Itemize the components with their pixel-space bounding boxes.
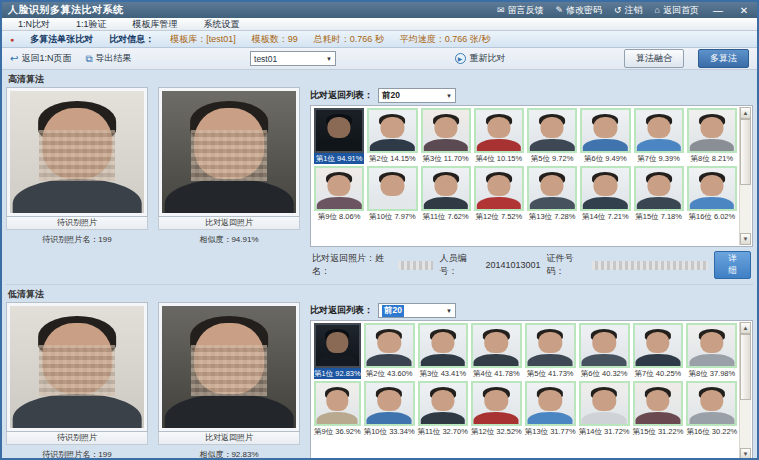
detail-button[interactable]: 详细 — [714, 251, 751, 279]
result-thumb[interactable]: 第5位 41.73% — [525, 323, 576, 379]
result-thumb[interactable]: 第6位 9.49% — [580, 108, 630, 164]
change-password-label: 修改密码 — [566, 4, 602, 17]
scroll-up-icon[interactable]: ▲ — [740, 107, 751, 119]
query-photo — [10, 91, 144, 213]
face-photo — [529, 168, 575, 209]
face-photo — [369, 110, 415, 151]
algorithm-fusion-button[interactable]: 算法融合 — [624, 49, 684, 68]
scrollbar-thumb[interactable] — [740, 119, 751, 185]
results-grid-box: 第1位 94.91% 第2位 14.15% 第3位 11.70% 第4位 10.… — [310, 105, 753, 247]
back-icon: ↩ — [10, 53, 18, 64]
result-thumb[interactable]: 第16位 6.02% — [687, 166, 737, 222]
face-photo — [689, 168, 735, 209]
result-thumb[interactable]: 第4位 10.15% — [474, 108, 524, 164]
result-thumb[interactable]: 第4位 41.78% — [471, 323, 522, 379]
home-button[interactable]: ⌂ 返回首页 — [655, 4, 699, 17]
face-photo — [366, 383, 413, 424]
results-scrollbar[interactable]: ▲ ▼ — [739, 322, 751, 460]
result-thumb[interactable]: 第9位 36.92% — [314, 381, 361, 437]
chevron-down-icon: ▼ — [446, 308, 452, 314]
result-photo — [421, 108, 471, 153]
result-rank-score: 第2位 43.60% — [364, 368, 415, 379]
result-photo — [686, 323, 737, 368]
result-thumb[interactable]: 第7位 9.39% — [634, 108, 684, 164]
return-list-label: 比对返回列表： — [310, 304, 373, 317]
result-thumb[interactable]: 第14位 31.72% — [579, 381, 630, 437]
scroll-up-icon[interactable]: ▲ — [740, 322, 751, 334]
result-photo — [527, 166, 577, 211]
feedback-button[interactable]: ✉ 留言反馈 — [497, 4, 544, 17]
result-thumb[interactable]: 第13位 7.28% — [527, 166, 577, 222]
face-photo — [636, 168, 682, 209]
menu-system-settings[interactable]: 系统设置 — [204, 18, 240, 31]
result-rank-score: 第4位 10.15% — [474, 153, 524, 164]
template-library-select[interactable]: test01 ▼ — [250, 51, 336, 66]
face-photo — [635, 325, 682, 366]
face-photo — [423, 110, 469, 151]
logout-button[interactable]: ↺ 注销 — [614, 4, 643, 17]
result-rank-score: 第1位 94.91% — [314, 153, 364, 164]
result-rank-score: 第5位 9.72% — [527, 153, 577, 164]
scrollbar-thumb[interactable] — [740, 334, 751, 400]
result-rank-score: 第15位 7.18% — [634, 211, 684, 222]
result-thumb[interactable]: 第5位 9.72% — [527, 108, 577, 164]
result-thumb[interactable]: 第6位 40.32% — [579, 323, 630, 379]
menu-11-verify[interactable]: 1:1验证 — [76, 18, 107, 31]
result-thumb[interactable]: 第9位 8.06% — [314, 166, 364, 222]
close-button[interactable]: ✕ — [737, 5, 751, 16]
result-thumb[interactable]: 第1位 92.83% — [314, 323, 361, 379]
redacted-id-number — [592, 261, 707, 270]
query-photo-card: 待识别照片 待识别照片名：199 — [6, 87, 148, 281]
result-thumb[interactable]: 第13位 31.77% — [525, 381, 576, 437]
recompare-button[interactable]: ▶ 重新比对 — [455, 52, 506, 65]
scroll-down-icon[interactable]: ▼ — [740, 448, 751, 460]
return-count-select[interactable]: 前20 ▼ — [378, 88, 456, 103]
results-panel: 比对返回列表： 前20 ▼ 第1位 92.83% 第2位 43.60 — [310, 302, 753, 460]
result-thumb[interactable]: 第8位 8.21% — [687, 108, 737, 164]
match-photo — [162, 91, 296, 213]
result-thumb[interactable]: 第3位 11.70% — [421, 108, 471, 164]
feedback-label: 留言反馈 — [507, 4, 543, 17]
result-thumb[interactable]: 第1位 94.91% — [314, 108, 364, 164]
home-label: 返回首页 — [663, 4, 699, 17]
menu-template-library[interactable]: 模板库管理 — [133, 18, 178, 31]
chevron-down-icon: ▼ — [326, 56, 332, 62]
result-thumb[interactable]: 第12位 32.52% — [471, 381, 522, 437]
return-count-select[interactable]: 前20 ▼ — [378, 303, 456, 318]
result-thumb[interactable]: 第15位 31.22% — [633, 381, 684, 437]
result-thumb[interactable]: 第16位 30.22% — [686, 381, 737, 437]
power-icon: ↺ — [614, 5, 622, 15]
multi-algorithm-button[interactable]: 多算法 — [698, 49, 749, 68]
results-scrollbar[interactable]: ▲ ▼ — [739, 107, 751, 245]
back-to-1n-button[interactable]: ↩ 返回1:N页面 — [10, 52, 71, 65]
result-thumb[interactable]: 第15位 7.18% — [634, 166, 684, 222]
export-results-button[interactable]: ⧉ 导出结果 — [85, 52, 131, 65]
total-time-metric: 总耗时：0.766 秒 — [314, 33, 384, 46]
active-tab-label[interactable]: 多算法单张比对 — [30, 33, 93, 46]
minimize-button[interactable]: — — [711, 5, 725, 16]
section-title: 低清算法 — [6, 286, 753, 302]
scroll-down-icon[interactable]: ▼ — [740, 233, 751, 245]
menu-1n-compare[interactable]: 1:N比对 — [18, 18, 50, 31]
result-thumb[interactable]: 第10位 33.34% — [364, 381, 415, 437]
result-thumb[interactable]: 第2位 14.15% — [367, 108, 417, 164]
export-results-label: 导出结果 — [96, 52, 132, 65]
result-thumb[interactable]: 第2位 43.60% — [364, 323, 415, 379]
result-photo — [634, 166, 684, 211]
result-thumb[interactable]: 第14位 7.21% — [580, 166, 630, 222]
result-photo — [314, 323, 361, 368]
result-thumb[interactable]: 第11位 7.62% — [421, 166, 471, 222]
query-photo-caption: 待识别照片 — [6, 217, 148, 230]
result-thumb[interactable]: 第7位 40.25% — [633, 323, 684, 379]
result-thumb[interactable]: 第8位 37.98% — [686, 323, 737, 379]
result-thumb[interactable]: 第3位 43.41% — [418, 323, 468, 379]
result-rank-score: 第13位 31.77% — [525, 426, 576, 437]
result-thumb[interactable]: 第12位 7.52% — [474, 166, 524, 222]
result-rank-score: 第7位 40.25% — [633, 368, 684, 379]
result-thumb[interactable]: 第11位 32.70% — [418, 381, 468, 437]
person-no-label: 人员编号： — [439, 252, 479, 278]
change-password-button[interactable]: ✎ 修改密码 — [555, 4, 602, 17]
result-rank-score: 第15位 31.22% — [633, 426, 684, 437]
app-title: 人脸识别多算法比对系统 — [8, 3, 124, 17]
result-thumb[interactable]: 第10位 7.97% — [367, 166, 417, 222]
